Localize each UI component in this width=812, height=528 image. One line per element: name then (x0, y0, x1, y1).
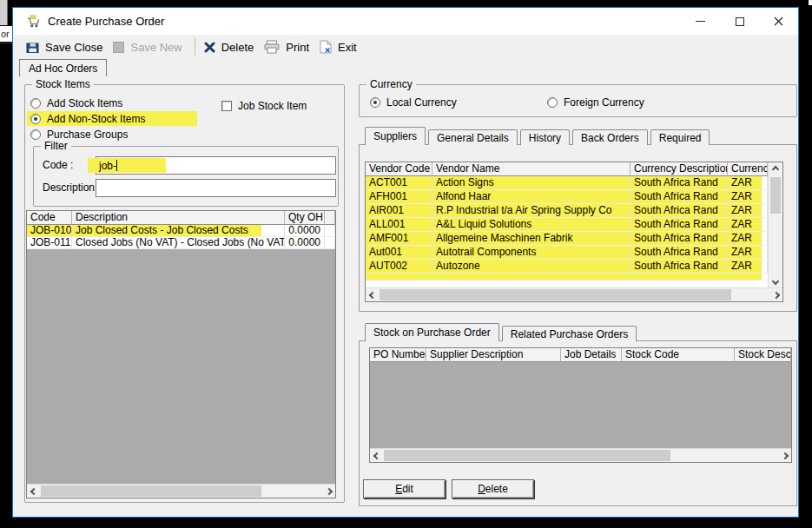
po-tab-strip: Stock on Purchase Order Related Purchase… (365, 323, 639, 341)
edit-button[interactable]: Edit (363, 479, 446, 498)
close-button[interactable] (759, 8, 798, 35)
scroll-up-icon (772, 165, 779, 172)
po-grid-hscrollbar[interactable] (370, 448, 791, 462)
toolbar-separator (195, 38, 195, 56)
cell-description: Job Closed Costs - Job Closed Costs (72, 225, 285, 237)
scrollbar-thumb[interactable] (770, 177, 781, 214)
exit-page-icon (320, 40, 332, 54)
scrollbar-thumb[interactable] (384, 450, 670, 461)
cell-currency: ZAR (728, 176, 768, 190)
stock-grid-hscrollbar[interactable] (27, 484, 335, 498)
radio-icon (30, 129, 41, 140)
scroll-left-button[interactable] (27, 485, 40, 498)
exit-button[interactable]: Exit (320, 35, 367, 59)
table-row[interactable]: ALL001 A&L Liquid Solutions South Africa… (366, 218, 768, 232)
scroll-left-button[interactable] (370, 449, 383, 462)
radio-add-stock-items[interactable]: Add Stock Items (30, 96, 122, 110)
scroll-right-button[interactable] (769, 288, 782, 301)
window-controls (681, 8, 798, 35)
filter-groupbox: Filter Code : job- Description : (33, 146, 339, 207)
tab-required[interactable]: Required (650, 129, 710, 145)
delete-label: Delete (221, 41, 254, 54)
column-header[interactable]: Currency (728, 162, 768, 176)
table-row[interactable]: AUT002 Autozone South Africa Rand ZAR (366, 260, 768, 274)
radio-add-non-stock-items[interactable]: Add Non-Stock Items (30, 112, 145, 126)
column-header[interactable]: Supplier Description (426, 348, 561, 362)
cell-vendor-code: ALL001 (366, 218, 432, 232)
radio-foreign-currency[interactable]: Foreign Currency (547, 96, 644, 109)
column-header[interactable]: Vendor Name (432, 162, 630, 176)
radio-label: Add Stock Items (47, 97, 122, 109)
save-new-label: Save New (130, 41, 182, 54)
table-row[interactable]: Aut001 Autotrail Components South Africa… (366, 246, 768, 260)
delete-button[interactable]: Delete (204, 35, 265, 59)
column-header[interactable]: Job Details (561, 348, 622, 362)
description-input[interactable] (96, 179, 336, 197)
currency-groupbox: Currency Local Currency Foreign Currency (359, 84, 797, 117)
save-close-button[interactable]: Save Close (26, 35, 113, 59)
po-grid-header-row: PO Number Supplier Description Job Detai… (370, 348, 791, 362)
column-header[interactable]: Stock Code (622, 348, 735, 362)
scrollbar-thumb[interactable] (380, 289, 731, 300)
scroll-down-button[interactable] (769, 274, 782, 287)
save-new-button[interactable]: Save New (113, 35, 192, 59)
scroll-right-button[interactable] (778, 449, 791, 462)
cell-currency-description: South Africa Rand (630, 218, 728, 232)
scroll-up-button[interactable] (769, 162, 782, 175)
stock-grid-header-row: Code Description Qty OH (27, 211, 335, 225)
column-header[interactable]: Vendor Code (366, 162, 432, 176)
table-row[interactable]: AMF001 Allgemeine Maschinen Fabrik South… (366, 232, 768, 246)
vendor-grid-hscrollbar[interactable] (366, 287, 782, 301)
scrollbar-thumb[interactable] (41, 485, 261, 497)
minimize-button[interactable] (681, 8, 720, 35)
empty-grid-area (370, 362, 791, 448)
column-header[interactable]: Currency Description (630, 162, 728, 176)
column-header[interactable]: Code (27, 211, 72, 225)
save-new-icon (113, 42, 124, 53)
tab-history[interactable]: History (520, 129, 570, 145)
table-row[interactable]: AIR001 R.P Industrial t/a Air Spring Sup… (366, 204, 768, 218)
tab-ad-hoc-orders[interactable]: Ad Hoc Orders (19, 59, 107, 76)
code-label: Code : (43, 159, 73, 171)
print-button[interactable]: Print (264, 35, 320, 59)
tab-back-orders[interactable]: Back Orders (572, 129, 648, 145)
cell-currency-description: South Africa Rand (630, 260, 728, 274)
radio-local-currency[interactable]: Local Currency (370, 96, 457, 109)
scroll-right-button[interactable] (322, 485, 335, 498)
radio-label: Add Non-Stock Items (47, 113, 145, 125)
stock-results-grid: Code Description Qty OH JOB-010 Job Clos… (26, 210, 336, 498)
column-header[interactable]: PO Number (370, 348, 426, 362)
table-row[interactable]: ACT001 Action Signs South Africa Rand ZA… (366, 176, 768, 190)
tab-stock-on-purchase-order[interactable]: Stock on Purchase Order (365, 323, 499, 341)
filter-group-label: Filter (41, 140, 71, 152)
cell-vendor-code: AMF001 (366, 232, 432, 246)
cell-currency: ZAR (728, 218, 768, 232)
cell-vendor-name: Action Signs (432, 176, 630, 190)
scroll-right-icon (325, 487, 332, 494)
vendor-grid-vscrollbar[interactable] (768, 162, 782, 287)
tab-suppliers[interactable]: Suppliers (365, 127, 426, 145)
cell-currency-description: South Africa Rand (630, 246, 728, 260)
table-row[interactable]: AFH001 Alfond Haar South Africa Rand ZAR (366, 190, 768, 204)
tab-related-purchase-orders[interactable]: Related Purchase Orders (502, 326, 637, 341)
code-input[interactable]: job- (96, 156, 336, 175)
partial-highlight-row (366, 274, 768, 280)
vendor-grid-header-row: Vendor Code Vendor Name Currency Descrip… (366, 162, 768, 176)
table-row[interactable]: JOB-011 Closed Jobs (No VAT) - Closed Jo… (27, 237, 335, 249)
checkbox-job-stock-item[interactable]: Job Stock Item (221, 99, 307, 113)
column-header[interactable]: Stock Description (735, 348, 791, 362)
tab-general-details[interactable]: General Details (428, 129, 518, 145)
delete-label-rest: elete (485, 483, 508, 495)
print-label: Print (286, 41, 309, 54)
delete-row-button[interactable]: Delete (452, 479, 534, 498)
table-row[interactable]: JOB-010 Job Closed Costs - Job Closed Co… (27, 225, 335, 237)
maximize-button[interactable] (720, 8, 759, 35)
code-input-value: job- (99, 160, 116, 172)
column-header[interactable]: Description (72, 211, 285, 225)
scroll-left-button[interactable] (366, 288, 379, 301)
cell-currency: ZAR (728, 260, 768, 274)
cell-code: JOB-010 (27, 225, 72, 237)
currency-group-label: Currency (366, 78, 416, 90)
cell-vendor-name: Autozone (432, 260, 630, 274)
column-header[interactable]: Qty OH (285, 211, 325, 225)
